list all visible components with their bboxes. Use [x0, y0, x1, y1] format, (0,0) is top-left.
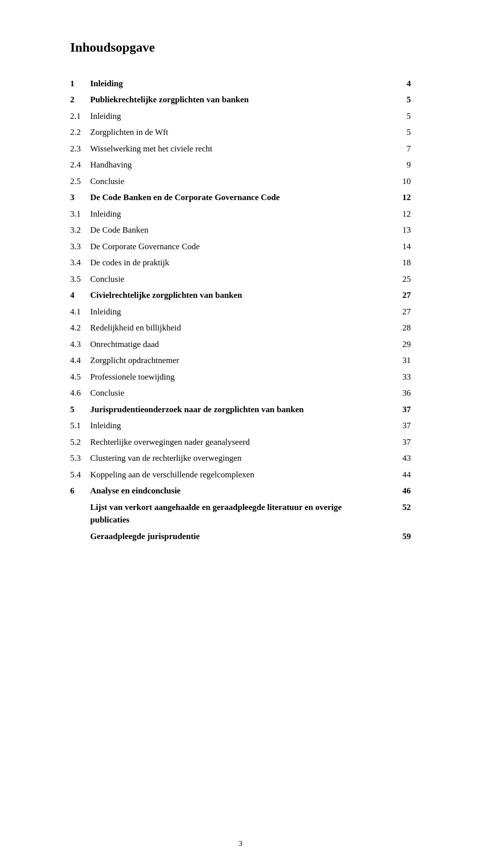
toc-page-number: 37 [391, 434, 411, 450]
toc-page-number: 43 [391, 450, 411, 467]
toc-label: Professionele toewijding [90, 369, 391, 385]
toc-number: 2.2 [70, 124, 90, 141]
toc-number: 3.1 [70, 206, 90, 222]
toc-page-number: 36 [391, 385, 411, 402]
toc-label: Wisselwerking met het civiele recht [90, 140, 391, 157]
toc-number: 4.1 [70, 303, 90, 320]
toc-label: Handhaving [90, 157, 391, 173]
toc-page-number: 33 [391, 369, 411, 385]
toc-page-number: 4 [391, 75, 411, 92]
toc-label: Publiekrechtelijke zorgplichten van bank… [90, 92, 391, 108]
toc-row: 5.4Koppeling aan de verschillende regelc… [70, 466, 411, 483]
toc-number: 3 [70, 190, 90, 206]
toc-number: 2.1 [70, 108, 90, 124]
toc-row: 3.3De Corporate Governance Code14 [70, 238, 411, 255]
toc-label: Clustering van de rechterlijke overwegin… [90, 450, 391, 467]
toc-row: 4.3Onrechtmatige daad29 [70, 336, 411, 353]
toc-page-number: 12 [391, 206, 411, 222]
toc-row: 3De Code Banken en de Corporate Governan… [70, 190, 411, 206]
toc-row: 4.2Redelijkheid en billijkheid28 [70, 320, 411, 336]
toc-label: Lijst van verkort aangehaalde en geraadp… [90, 499, 391, 528]
toc-page-number: 44 [391, 466, 411, 483]
toc-row: 1Inleiding4 [70, 75, 411, 92]
toc-page-number: 18 [391, 255, 411, 271]
toc-label: Conclusie [90, 271, 391, 287]
toc-row: 5.1Inleiding37 [70, 418, 411, 434]
toc-row: 5.3Clustering van de rechterlijke overwe… [70, 450, 411, 467]
toc-label: De codes in de praktijk [90, 255, 391, 271]
toc-row: 4Civielrechtelijke zorgplichten van bank… [70, 287, 411, 304]
toc-page-number: 5 [391, 124, 411, 141]
toc-row: 4.5Professionele toewijding33 [70, 369, 411, 385]
toc-number: 4.6 [70, 385, 90, 402]
page-footer: 3 [70, 839, 411, 848]
toc-row: 3.2De Code Banken13 [70, 222, 411, 239]
toc-page-number: 37 [391, 418, 411, 434]
toc-number: 3.5 [70, 271, 90, 287]
toc-row: 6Analyse en eindconclusie46 [70, 483, 411, 499]
toc-page-number: 5 [391, 92, 411, 108]
toc-label: Redelijkheid en billijkheid [90, 320, 391, 336]
toc-table: 1Inleiding42Publiekrechtelijke zorgplich… [70, 75, 411, 545]
toc-label: Inleiding [90, 418, 391, 434]
toc-number: 2.3 [70, 140, 90, 157]
toc-number: 6 [70, 483, 90, 499]
toc-label: Inleiding [90, 303, 391, 320]
toc-row: 3.4De codes in de praktijk18 [70, 255, 411, 271]
toc-row: 2.5Conclusie10 [70, 173, 411, 190]
toc-number [70, 499, 90, 528]
toc-number: 2 [70, 92, 90, 108]
toc-label: Conclusie [90, 385, 391, 402]
toc-label: Zorgplicht opdrachtnemer [90, 353, 391, 369]
toc-row: 2.3Wisselwerking met het civiele recht7 [70, 140, 411, 157]
toc-number: 4.2 [70, 320, 90, 336]
toc-label: De Code Banken en de Corporate Governanc… [90, 190, 391, 206]
toc-label: Inleiding [90, 108, 391, 124]
toc-page-number: 37 [391, 401, 411, 418]
toc-number: 3.4 [70, 255, 90, 271]
toc-row: 2.4Handhaving9 [70, 157, 411, 173]
toc-number: 5.3 [70, 450, 90, 467]
toc-page-number: 10 [391, 173, 411, 190]
toc-number: 4.4 [70, 353, 90, 369]
toc-label: De Code Banken [90, 222, 391, 239]
toc-row: 4.4Zorgplicht opdrachtnemer31 [70, 353, 411, 369]
toc-label: Conclusie [90, 173, 391, 190]
toc-number: 5.4 [70, 466, 90, 483]
toc-row: 5.2Rechterlijke overwegingen nader geana… [70, 434, 411, 450]
toc-label: Analyse en eindconclusie [90, 483, 391, 499]
toc-row: Lijst van verkort aangehaalde en geraadp… [70, 499, 411, 528]
toc-label: Koppeling aan de verschillende regelcomp… [90, 466, 391, 483]
toc-number: 4.3 [70, 336, 90, 353]
toc-number: 3.3 [70, 238, 90, 255]
toc-number: 5.1 [70, 418, 90, 434]
toc-page-number: 28 [391, 320, 411, 336]
toc-number: 2.4 [70, 157, 90, 173]
toc-page-number: 31 [391, 353, 411, 369]
toc-row: 3.1Inleiding12 [70, 206, 411, 222]
toc-page-number: 12 [391, 190, 411, 206]
toc-row: 2Publiekrechtelijke zorgplichten van ban… [70, 92, 411, 108]
toc-page-number: 25 [391, 271, 411, 287]
footer-page-number: 3 [238, 839, 243, 847]
page-title: Inhoudsopgave [70, 40, 411, 55]
toc-row: 4.1Inleiding27 [70, 303, 411, 320]
toc-label: Geraadpleegde jurisprudentie [90, 528, 391, 545]
toc-page-number: 14 [391, 238, 411, 255]
toc-label: Zorgplichten in de Wft [90, 124, 391, 141]
toc-label: Civielrechtelijke zorgplichten van banke… [90, 287, 391, 304]
toc-number [70, 528, 90, 545]
toc-number: 4 [70, 287, 90, 304]
toc-number: 5 [70, 401, 90, 418]
toc-label: Inleiding [90, 75, 391, 92]
toc-number: 5.2 [70, 434, 90, 450]
toc-page-number: 59 [391, 528, 411, 545]
toc-row: 2.2Zorgplichten in de Wft5 [70, 124, 411, 141]
toc-label: Onrechtmatige daad [90, 336, 391, 353]
toc-row: 3.5Conclusie25 [70, 271, 411, 287]
toc-page-number: 13 [391, 222, 411, 239]
toc-row: 2.1Inleiding5 [70, 108, 411, 124]
toc-label: De Corporate Governance Code [90, 238, 391, 255]
toc-number: 1 [70, 75, 90, 92]
toc-page-number: 7 [391, 140, 411, 157]
